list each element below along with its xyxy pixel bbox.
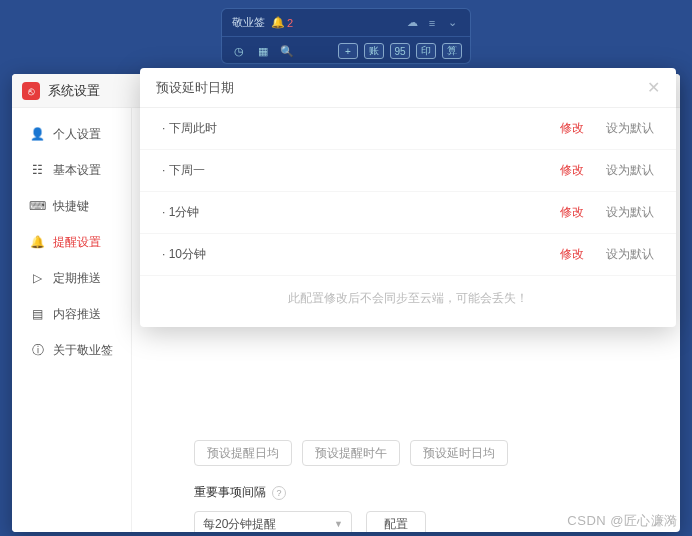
sidebar-item-reminder[interactable]: 🔔提醒设置	[12, 224, 131, 260]
minimize-button[interactable]: —	[622, 79, 646, 103]
preset-btn-1[interactable]: 预设提醒时午	[302, 440, 400, 466]
topbar-btn-1[interactable]: 95	[390, 43, 410, 59]
checkbox-checked-icon: ✓	[150, 124, 163, 137]
topbar-btn-2[interactable]: 印	[416, 43, 436, 59]
preset-btn-0[interactable]: 预设提醒日均	[194, 440, 292, 466]
interval-label: 重要事项间隔	[194, 484, 266, 501]
volume-slider[interactable]: 59/100	[194, 172, 514, 178]
help-icon[interactable]: ?	[272, 486, 286, 500]
settings-window: ⎋ 系统设置 — ✕ 👤个人设置 ☷基本设置 ⌨快捷键 🔔提醒设置 ▷定期推送 …	[12, 74, 680, 532]
config-button[interactable]: 配置	[366, 511, 426, 532]
watermark: CSDN @匠心濂漪	[567, 512, 678, 530]
window-title: 系统设置	[48, 82, 100, 100]
sound-checkbox-row[interactable]: ✓ 提醒广音默认	[150, 122, 652, 139]
doc-icon: ▤	[30, 307, 45, 322]
volume-label: 声音播放音量	[194, 145, 652, 162]
keyboard-icon: ⌨	[30, 199, 45, 214]
sidebar-item-push[interactable]: ▷定期推送	[12, 260, 131, 296]
sidebar: 👤个人设置 ☷基本设置 ⌨快捷键 🔔提醒设置 ▷定期推送 ▤内容推送 ⓘ关于敬业…	[12, 108, 132, 532]
sidebar-item-basic[interactable]: ☷基本设置	[12, 152, 131, 188]
user-icon: 👤	[30, 127, 45, 142]
app-icon: ⎋	[22, 82, 40, 100]
menu-icon[interactable]: ≡	[424, 15, 440, 31]
main-panel: ✓ 提醒广音默认 声音播放音量 59/100 预设提醒日均 预设提醒时午 预设延…	[132, 108, 680, 532]
slider-thumb[interactable]	[376, 168, 390, 182]
topbar-btn-0[interactable]: 账	[364, 43, 384, 59]
sidebar-item-content[interactable]: ▤内容推送	[12, 296, 131, 332]
info-icon: ⓘ	[30, 343, 45, 358]
calendar-icon[interactable]: ▦	[254, 42, 272, 60]
play-icon: ▷	[30, 271, 45, 286]
desktop-topbar: 敬业签 🔔2 ☁ ≡ ⌄ ◷ ▦ 🔍 + 账 95 印 算	[221, 8, 471, 64]
topbar-btn-3[interactable]: 算	[442, 43, 462, 59]
cloud-icon[interactable]: ☁	[404, 15, 420, 31]
slider-value: 59/100	[534, 167, 571, 181]
chevron-down-icon[interactable]: ⌄	[444, 15, 460, 31]
sidebar-item-personal[interactable]: 👤个人设置	[12, 116, 131, 152]
sliders-icon: ☷	[30, 163, 45, 178]
search-icon[interactable]: 🔍	[278, 42, 296, 60]
sidebar-item-shortcut[interactable]: ⌨快捷键	[12, 188, 131, 224]
clock-icon[interactable]: ◷	[230, 42, 248, 60]
bell-icon[interactable]: 🔔2	[271, 16, 293, 29]
topbar-title: 敬业签	[232, 15, 265, 30]
chevron-down-icon: ▼	[334, 519, 343, 529]
interval-select[interactable]: 每20分钟提醒▼	[194, 511, 352, 532]
preset-btn-2[interactable]: 预设延时日均	[410, 440, 508, 466]
close-button[interactable]: ✕	[646, 79, 670, 103]
slider-fill	[194, 172, 383, 178]
add-icon[interactable]: +	[338, 43, 358, 59]
sidebar-item-about[interactable]: ⓘ关于敬业签	[12, 332, 131, 368]
bell-icon: 🔔	[30, 235, 45, 250]
preset-buttons: 预设提醒日均 预设提醒时午 预设延时日均	[194, 440, 652, 466]
titlebar: ⎋ 系统设置 — ✕	[12, 74, 680, 108]
